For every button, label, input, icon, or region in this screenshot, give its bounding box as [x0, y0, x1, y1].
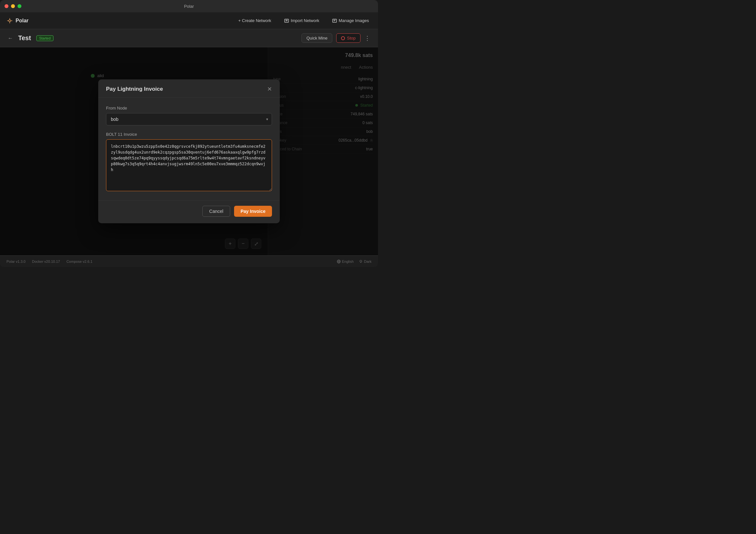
invoice-label: BOLT 11 Invoice — [106, 132, 272, 137]
svg-point-0 — [9, 20, 11, 22]
from-node-select[interactable]: bob — [106, 113, 272, 125]
polar-logo-icon — [7, 17, 13, 24]
main-content: ← Test Started Quick Mine Stop ⋮ alid 74… — [0, 29, 378, 255]
quick-mine-button[interactable]: Quick Mine — [302, 33, 332, 43]
bulb-icon — [359, 260, 363, 264]
stop-icon — [341, 36, 345, 40]
status-badge: Started — [36, 35, 53, 41]
pay-invoice-button[interactable]: Pay Invoice — [234, 206, 272, 217]
manage-images-button[interactable]: Manage Images — [330, 17, 371, 24]
modal-title: Pay Lightning Invoice — [106, 86, 163, 92]
from-node-select-wrapper: bob ▾ — [106, 113, 272, 125]
stop-button[interactable]: Stop — [336, 33, 361, 43]
app-logo: Polar — [7, 17, 29, 24]
svg-point-14 — [360, 260, 362, 262]
theme-selector[interactable]: Dark — [359, 260, 371, 264]
docker-version: Docker v20.10.17 — [32, 260, 60, 264]
network-bar: ← Test Started Quick Mine Stop ⋮ — [0, 29, 378, 47]
pay-invoice-modal: Pay Lightning Invoice ✕ From Node bob ▾ … — [98, 79, 280, 223]
cancel-button[interactable]: Cancel — [202, 206, 230, 217]
back-button[interactable]: ← — [8, 35, 13, 41]
from-node-label: From Node — [106, 106, 272, 111]
stop-label: Stop — [347, 36, 356, 40]
modal-footer: Cancel Pay Invoice — [98, 200, 280, 223]
status-bar-right: English Dark — [337, 260, 371, 264]
import-network-label: Import Network — [291, 18, 319, 23]
invoice-textarea[interactable] — [106, 139, 272, 191]
language-selector[interactable]: English — [337, 260, 354, 264]
manage-images-label: Manage Images — [339, 18, 369, 23]
title-bar: Polar — [0, 0, 378, 12]
window-title: Polar — [184, 4, 194, 9]
status-bar: Polar v1.3.0 Docker v20.10.17 Compose v2… — [0, 255, 378, 267]
close-button[interactable] — [5, 4, 9, 8]
network-bar-actions: Quick Mine Stop ⋮ — [302, 33, 370, 43]
modal-body: From Node bob ▾ BOLT 11 Invoice — [98, 98, 280, 200]
create-network-button[interactable]: + Create Network — [236, 17, 274, 24]
polar-version: Polar v1.3.0 — [7, 260, 26, 264]
modal-overlay: Pay Lightning Invoice ✕ From Node bob ▾ … — [0, 47, 378, 255]
window-controls — [5, 4, 21, 8]
import-icon — [284, 18, 289, 23]
globe-icon — [337, 260, 341, 264]
manage-icon — [332, 18, 337, 23]
modal-header: Pay Lightning Invoice ✕ — [98, 79, 280, 98]
app-name: Polar — [15, 18, 29, 24]
maximize-button[interactable] — [17, 4, 21, 8]
more-button[interactable]: ⋮ — [364, 35, 370, 42]
nav-actions: + Create Network Import Network Manage I… — [236, 17, 371, 24]
minimize-button[interactable] — [11, 4, 15, 8]
compose-version: Compose v2.6.1 — [67, 260, 93, 264]
import-network-button[interactable]: Import Network — [282, 17, 322, 24]
modal-close-button[interactable]: ✕ — [267, 86, 272, 92]
top-nav: Polar + Create Network Import Network Ma… — [0, 12, 378, 29]
canvas-area: alid 749.8k sats nnect Actions type ligh… — [0, 47, 378, 255]
network-name: Test — [18, 34, 31, 42]
